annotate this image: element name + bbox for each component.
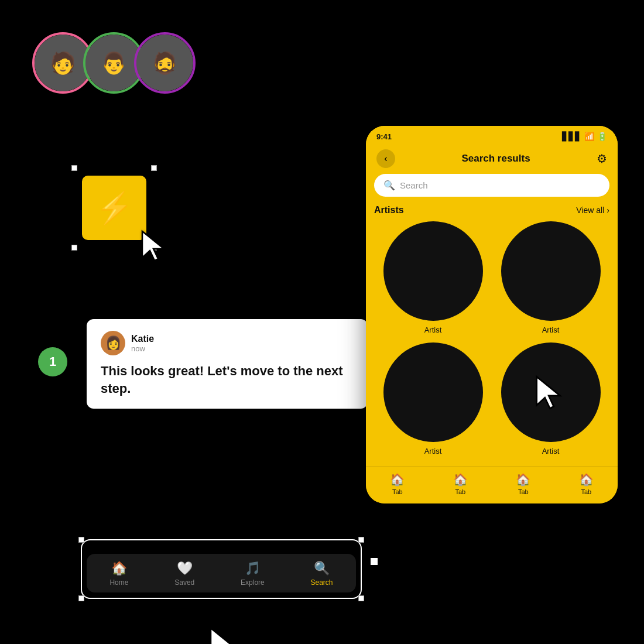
- explore-icon: 🎵: [245, 561, 261, 576]
- signal-icon: ▋▋▋: [562, 132, 581, 141]
- chat-header: 👩 Katie now: [101, 331, 354, 355]
- phone-tab-label-4: Tab: [581, 488, 591, 495]
- phone-tab-icon-2: 🏠: [453, 472, 468, 487]
- chat-meta: Katie now: [131, 334, 154, 353]
- artist-label-4: Artist: [542, 447, 560, 455]
- phone-tab-icon-3: 🏠: [516, 472, 530, 487]
- chat-time: now: [131, 344, 154, 353]
- nav-handle-bl[interactable]: [78, 595, 84, 601]
- search-placeholder-text: Search: [400, 180, 428, 190]
- status-time: 9:41: [376, 132, 392, 141]
- wifi-icon: 📶: [584, 132, 594, 141]
- nav-item-saved[interactable]: 🤍 Saved: [174, 561, 194, 587]
- artist-label-1: Artist: [424, 326, 442, 334]
- artist-label-2: Artist: [542, 326, 560, 334]
- phone-tab-label-3: Tab: [518, 488, 529, 495]
- bolt-symbol: ⚡: [95, 193, 133, 223]
- nav-label-saved: Saved: [174, 578, 194, 587]
- handle-br[interactable]: [151, 245, 157, 251]
- nav-handle-br[interactable]: [358, 595, 364, 601]
- bolt-box: ⚡: [82, 176, 146, 240]
- home-icon: 🏠: [111, 561, 127, 576]
- avatar-face-purple: 🧔: [136, 35, 193, 91]
- back-button[interactable]: ‹: [376, 149, 395, 168]
- nav-label-search: Search: [311, 578, 333, 587]
- phone-tab-label-2: Tab: [455, 488, 465, 495]
- search-nav-icon: 🔍: [314, 561, 330, 576]
- search-icon: 🔍: [383, 180, 395, 191]
- phone-title: Search results: [461, 153, 530, 165]
- artists-title: Artists: [374, 205, 404, 215]
- artist-cell-3[interactable]: Artist: [374, 342, 492, 464]
- phone-tab-1[interactable]: 🏠 Tab: [390, 472, 405, 495]
- phone-tab-2[interactable]: 🏠 Tab: [453, 472, 468, 495]
- avatar-purple: 🧔: [134, 32, 196, 94]
- phone-tab-3[interactable]: 🏠 Tab: [516, 472, 530, 495]
- chat-bubble: 👩 Katie now This looks great! Let's move…: [87, 319, 368, 409]
- nav-label-explore: Explore: [241, 578, 265, 587]
- nav-handle-tr[interactable]: [358, 537, 364, 543]
- chevron-right-icon: ›: [607, 205, 609, 215]
- nav-item-home[interactable]: 🏠 Home: [109, 561, 128, 587]
- phone-navbar: ‹ Search results ⚙: [366, 143, 618, 174]
- nav-label-home: Home: [109, 578, 128, 587]
- back-icon: ‹: [384, 153, 387, 164]
- avatar-group: 🧑 👨 🧔: [32, 32, 185, 94]
- artists-header: Artists View all ›: [366, 205, 618, 221]
- step-number: 1: [49, 354, 56, 369]
- phone-tab-icon-4: 🏠: [579, 472, 594, 487]
- saved-icon: 🤍: [177, 561, 193, 576]
- artist-circle-1: [383, 221, 483, 321]
- chat-avatar-emoji: 👩: [105, 335, 121, 351]
- nav-item-search[interactable]: 🔍 Search: [311, 561, 333, 587]
- view-all-button[interactable]: View all ›: [576, 205, 609, 215]
- artist-cell-4[interactable]: Artist: [492, 342, 609, 464]
- artist-cell-1[interactable]: Artist: [374, 221, 492, 342]
- battery-icon: 🔋: [597, 132, 607, 141]
- artist-cell-2[interactable]: Artist: [492, 221, 609, 342]
- nav-item-explore[interactable]: 🎵 Explore: [241, 561, 265, 587]
- bolt-element[interactable]: ⚡: [82, 176, 164, 258]
- artist-grid: Artist Artist Artist Artist: [366, 221, 618, 464]
- handle-bl[interactable]: [71, 245, 77, 251]
- svg-marker-1: [211, 628, 232, 644]
- settings-icon[interactable]: ⚙: [597, 152, 607, 166]
- status-icons: ▋▋▋ 📶 🔋: [562, 132, 607, 141]
- phone-tab-label-1: Tab: [392, 488, 403, 495]
- phone-tab-icon-1: 🏠: [390, 472, 405, 487]
- chat-name: Katie: [131, 334, 154, 344]
- phone-search-bar[interactable]: 🔍 Search: [374, 174, 609, 197]
- nav-handle-tl[interactable]: [78, 537, 84, 543]
- artist-label-3: Artist: [424, 447, 442, 455]
- artist-circle-2: [501, 221, 601, 321]
- chat-avatar: 👩: [101, 331, 125, 355]
- phone-tab-4[interactable]: 🏠 Tab: [579, 472, 594, 495]
- svg-marker-2: [536, 376, 560, 408]
- status-bar: 9:41 ▋▋▋ 📶 🔋: [366, 126, 618, 143]
- bottom-nav-bar: 🏠 Home 🤍 Saved 🎵 Explore 🔍 Search: [87, 554, 356, 592]
- phone-mockup: 9:41 ▋▋▋ 📶 🔋 ‹ Search results ⚙ 🔍 Search…: [366, 126, 618, 503]
- artist-circle-3: [383, 342, 483, 442]
- artist-circle-4: [501, 342, 601, 442]
- handle-tl[interactable]: [71, 165, 77, 171]
- step-badge: 1: [38, 347, 67, 376]
- phone-handle-bl[interactable]: [371, 558, 378, 565]
- view-all-label: View all: [576, 205, 604, 215]
- handle-tr[interactable]: [151, 165, 157, 171]
- phone-tabs: 🏠 Tab 🏠 Tab 🏠 Tab 🏠 Tab: [366, 466, 618, 503]
- chat-message: This looks great! Let's move to the next…: [101, 362, 354, 397]
